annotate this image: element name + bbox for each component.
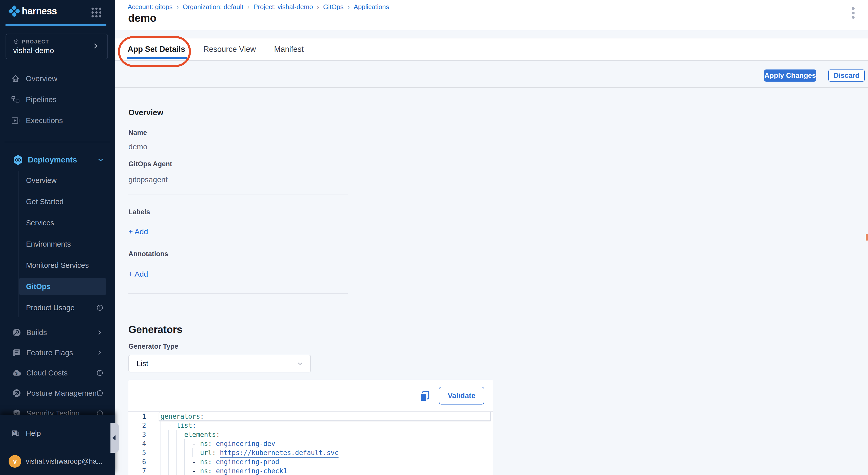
code-line[interactable]: 4 - ns: engineering-dev <box>128 439 493 448</box>
sidebar-item-label: Deployments <box>28 155 77 164</box>
generator-type-select[interactable]: List <box>128 355 311 373</box>
sidebar-item-label: Cloud Costs <box>26 369 67 377</box>
sidebar-item-product-usage[interactable]: Product Usage <box>0 299 115 316</box>
yaml-editor[interactable]: 1generators:2 - list:3 elements:4 - ns: … <box>128 412 493 475</box>
sidebar-item-label: GitOps <box>26 282 51 291</box>
validate-button[interactable]: Validate <box>439 387 484 405</box>
indent-guide-icon <box>160 448 161 457</box>
code-line[interactable]: 2 - list: <box>128 421 493 430</box>
chevron-down-icon <box>296 360 304 367</box>
more-options-icon[interactable] <box>848 7 858 19</box>
code-line-content: generators: <box>159 412 491 421</box>
tab-label: App Set Details <box>128 45 185 54</box>
sidebar-item-overview[interactable]: Overview <box>0 69 115 88</box>
line-number: 3 <box>128 431 159 438</box>
help-button[interactable]: ? Help <box>0 424 115 442</box>
sidebar-item-services[interactable]: Services <box>0 214 115 231</box>
project-label: PROJECT <box>22 39 49 45</box>
indent-guide-icon <box>184 448 185 457</box>
yaml-token: ns <box>200 458 208 466</box>
add-label-link[interactable]: + Add <box>128 227 148 236</box>
sidebar-item-posture-management[interactable]: Posture Management <box>0 384 115 402</box>
chevron-down-icon <box>97 156 104 164</box>
sidebar-item-gitops[interactable]: GitOps <box>19 278 106 295</box>
yaml-token <box>160 431 184 438</box>
indent-guide-icon <box>160 466 161 475</box>
user-account[interactable]: v vishal.vishwaroop@ha... <box>0 452 115 470</box>
sidebar-item-cloud-costs[interactable]: $Cloud Costs <box>0 364 115 382</box>
tab-bar: App Set DetailsResource ViewManifest <box>115 38 868 61</box>
help-label: Help <box>26 429 41 438</box>
tab-manifest[interactable]: Manifest <box>274 38 304 60</box>
sidebar-item-label: Pipelines <box>26 95 57 104</box>
cloud-costs-icon: $ <box>12 368 22 378</box>
yaml-token: : <box>208 458 216 466</box>
line-number: 7 <box>128 467 159 475</box>
sidebar-item-deployments[interactable]: Deployments <box>0 150 115 170</box>
add-annotation-link[interactable]: + Add <box>128 270 148 278</box>
sidebar-item-environments[interactable]: Environments <box>0 235 115 253</box>
apply-changes-button[interactable]: Apply Changes <box>764 69 816 82</box>
copy-icon[interactable] <box>418 389 431 403</box>
sidebar-item-get-started[interactable]: Get Started <box>0 193 115 210</box>
sidebar-item-label: Product Usage <box>26 304 74 312</box>
info-icon <box>96 389 104 397</box>
sidebar-collapse-handle[interactable] <box>111 423 119 453</box>
info-icon <box>96 369 104 377</box>
sidebar-item-pipelines[interactable]: Pipelines <box>0 90 115 109</box>
sidebar-item-feature-flags[interactable]: Feature Flags <box>0 344 115 362</box>
breadcrumb-link-project-vishal-demo[interactable]: Project: vishal-demo <box>253 3 313 11</box>
sidebar-item-overview[interactable]: Overview <box>0 172 115 189</box>
code-line[interactable]: 6 - ns: engineering-prod <box>128 457 493 466</box>
generator-type-label: Generator Type <box>128 343 179 350</box>
tab-resource-view[interactable]: Resource View <box>203 38 256 60</box>
harness-logo[interactable]: harness <box>8 5 57 17</box>
code-line[interactable]: 1generators: <box>128 412 493 421</box>
tab-app-set-details[interactable]: App Set Details <box>128 38 185 60</box>
section-divider <box>128 293 348 294</box>
breadcrumb-link-organization-default[interactable]: Organization: default <box>183 3 243 11</box>
section-divider <box>128 195 348 195</box>
indent-guide-icon <box>168 430 169 439</box>
chevron-right-icon <box>96 329 103 336</box>
scrollbar-marker <box>866 234 868 241</box>
yaml-token: : <box>212 449 220 456</box>
app-grid-icon[interactable] <box>92 7 101 18</box>
yaml-token: url <box>200 449 212 456</box>
sidebar-item-builds[interactable]: Builds <box>0 323 115 342</box>
yaml-token: engineering-check1 <box>216 467 287 475</box>
breadcrumb-link-applications[interactable]: Applications <box>353 3 389 11</box>
collapse-arrow-icon <box>112 435 116 440</box>
sidebar-item-label: Builds <box>26 328 47 337</box>
logo-text: harness <box>22 6 57 17</box>
generator-type-value: List <box>136 359 148 368</box>
yaml-token: list <box>177 422 192 429</box>
line-number: 4 <box>128 440 159 447</box>
yaml-token: - <box>192 467 200 475</box>
sidebar-item-label: Posture Management <box>26 389 99 398</box>
annotations-heading: Annotations <box>128 250 168 258</box>
indent-guide-icon <box>160 457 161 466</box>
indent-guide-icon <box>168 439 169 448</box>
line-number: 5 <box>128 449 159 456</box>
yaml-url-link[interactable]: https://kubernetes.default.svc <box>220 449 339 456</box>
yaml-token: : <box>208 440 216 447</box>
project-selector[interactable]: PROJECT vishal-demo <box>6 34 108 59</box>
user-email: vishal.vishwaroop@ha... <box>26 457 103 466</box>
breadcrumb-link-gitops[interactable]: GitOps <box>323 3 343 11</box>
page-title: demo <box>128 12 156 24</box>
breadcrumb-link-account-gitops[interactable]: Account: gitops <box>128 3 173 11</box>
code-line-content: - ns: engineering-prod <box>159 457 491 466</box>
sidebar-item-executions[interactable]: Executions <box>0 110 115 130</box>
code-line[interactable]: 7 - ns: engineering-check1 <box>128 466 493 475</box>
indent-guide-icon <box>177 457 177 466</box>
discard-button[interactable]: Discard <box>828 69 865 82</box>
line-number: 1 <box>128 413 159 420</box>
generator-editor-card: Validate 1generators:2 - list:3 elements… <box>128 380 493 475</box>
action-toolbar: Apply Changes Discard <box>115 61 868 88</box>
sidebar-item-monitored-services[interactable]: Monitored Services <box>0 257 115 274</box>
code-line[interactable]: 5 url: https://kubernetes.default.svc <box>128 448 493 457</box>
sidebar: harness PROJECT vishal-demo OverviewPipe… <box>0 0 115 475</box>
svg-text:?: ? <box>13 430 16 435</box>
code-line[interactable]: 3 elements: <box>128 430 493 439</box>
